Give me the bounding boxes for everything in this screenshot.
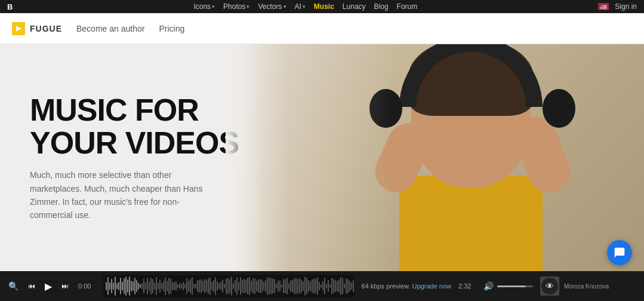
volume-icon[interactable]: 🔊: [483, 281, 494, 291]
brand-link[interactable]: ▶ FUGUE: [12, 22, 62, 35]
time-start: 0:00: [78, 282, 96, 290]
hero-subtitle: Much, much more selective than other mar…: [30, 168, 209, 222]
secondary-navbar: ▶ FUGUE Become an author Pricing: [0, 13, 644, 44]
track-thumbnail: 👁: [540, 277, 559, 296]
player-controls: ⏮ ▶ ⏭: [26, 280, 71, 293]
headphone-arc: [399, 44, 543, 107]
nav-icons[interactable]: Icons▾: [193, 2, 215, 11]
chat-icon: [614, 247, 625, 259]
volume-fill: [497, 285, 526, 287]
nav-forum[interactable]: Forum: [397, 2, 418, 11]
player-bar: 🔍 ⏮ ▶ ⏭ 0:00 64 kbps preview. Upgrade no…: [0, 271, 644, 301]
main-navigation: Icons▾ Photos▾ Vectors▾ AI▾ Music Lunacy…: [193, 2, 417, 11]
skip-forward-button[interactable]: ⏭: [59, 281, 71, 291]
overlay-badges: [607, 240, 632, 265]
brand-name: FUGUE: [30, 24, 62, 33]
nav-ai[interactable]: AI▾: [295, 2, 306, 11]
person-figure: [346, 44, 596, 271]
search-icon[interactable]: 🔍: [8, 281, 19, 291]
nav-photos[interactable]: Photos▾: [223, 2, 249, 11]
top-navbar: B Icons▾ Photos▾ Vectors▾ AI▾ Music Luna…: [0, 0, 644, 13]
hero-section: MUSIC FOR YOUR VIDEOS Much, much more se…: [0, 44, 644, 271]
nav-vectors[interactable]: Vectors▾: [258, 2, 286, 11]
sign-in-link[interactable]: Sign in: [615, 2, 637, 11]
site-logo: B: [7, 2, 13, 11]
top-bar-right: 🇺🇸 Sign in: [598, 2, 637, 11]
waveform-bars: [103, 275, 355, 297]
track-details: Moroza Knozova: [564, 283, 609, 290]
headphone-right: [543, 89, 575, 128]
upgrade-link[interactable]: Upgrade now: [412, 282, 451, 290]
track-info: 👁 Moroza Knozova: [540, 277, 636, 296]
track-author: Moroza Knozova: [564, 283, 609, 290]
hero-image: [226, 44, 644, 271]
nav-lunacy[interactable]: Lunacy: [343, 2, 366, 11]
become-author-link[interactable]: Become an author: [76, 24, 144, 33]
waveform[interactable]: [103, 275, 355, 297]
hero-title: MUSIC FOR YOUR VIDEOS: [30, 94, 239, 159]
chat-button[interactable]: [607, 240, 632, 265]
volume-slider[interactable]: [497, 285, 533, 287]
hero-content: MUSIC FOR YOUR VIDEOS Much, much more se…: [30, 94, 239, 222]
pricing-link[interactable]: Pricing: [159, 24, 184, 33]
skip-back-button[interactable]: ⏮: [26, 281, 38, 291]
volume-control: 🔊: [483, 281, 533, 291]
arm-left: [368, 116, 436, 199]
torso: [399, 176, 543, 271]
hair: [408, 44, 534, 116]
headphone-left: [369, 89, 402, 128]
play-button[interactable]: ▶: [42, 280, 54, 293]
gradient-overlay: [226, 44, 261, 271]
preview-label: 64 kbps preview. Upgrade now: [362, 282, 451, 290]
track-thumb-eye-icon: 👁: [541, 278, 558, 294]
nav-music[interactable]: Music: [314, 2, 334, 11]
nav-blog[interactable]: Blog: [374, 2, 389, 11]
arm-right: [510, 111, 575, 198]
head: [411, 44, 531, 188]
brand-icon: ▶: [12, 22, 25, 35]
language-flag[interactable]: 🇺🇸: [598, 3, 609, 10]
time-end: 2:32: [458, 282, 476, 290]
